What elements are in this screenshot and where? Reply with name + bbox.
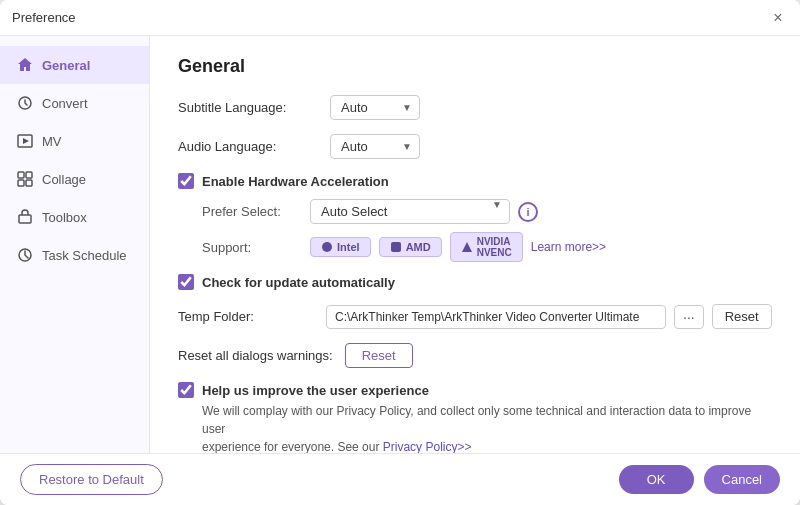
subtitle-language-select-wrapper: Auto English Chinese ▼ (330, 95, 420, 120)
privacy-policy-link[interactable]: Privacy Policy>> (383, 440, 472, 453)
sidebar-item-convert[interactable]: Convert (0, 84, 149, 122)
content-area: General Convert MV (0, 36, 800, 453)
audio-language-select-wrapper: Auto English Chinese ▼ (330, 134, 420, 159)
audio-language-label: Audio Language: (178, 139, 318, 154)
svg-rect-4 (26, 172, 32, 178)
general-label: General (42, 58, 90, 73)
cancel-button[interactable]: Cancel (704, 465, 780, 494)
prefer-select-row: Prefer Select: Auto Select Intel AMD NVI… (202, 199, 772, 224)
footer-right-buttons: OK Cancel (619, 465, 780, 494)
temp-folder-reset-button[interactable]: Reset (712, 304, 772, 329)
help-improve-label: Help us improve the user experience (202, 383, 429, 398)
info-icon[interactable]: i (518, 202, 538, 222)
preference-window: Preference × General (0, 0, 800, 505)
svg-point-9 (322, 242, 332, 252)
footer: Restore to Default OK Cancel (0, 453, 800, 505)
task-schedule-icon (16, 246, 34, 264)
audio-language-select[interactable]: Auto English Chinese (330, 134, 420, 159)
svg-rect-7 (19, 215, 31, 223)
collage-label: Collage (42, 172, 86, 187)
svg-marker-2 (23, 138, 29, 144)
subtitle-language-label: Subtitle Language: (178, 100, 318, 115)
main-panel: General Subtitle Language: Auto English … (150, 36, 800, 453)
sidebar-item-mv[interactable]: MV (0, 122, 149, 160)
reset-all-dialogs-row: Reset all dialogs warnings: Reset (178, 343, 772, 368)
svg-rect-10 (391, 242, 401, 252)
privacy-text-block: We will complay with our Privacy Policy,… (202, 402, 772, 453)
hardware-accel-label: Enable Hardware Acceleration (202, 174, 389, 189)
reset-all-dialogs-label: Reset all dialogs warnings: (178, 348, 333, 363)
toolbox-icon (16, 208, 34, 226)
title-bar: Preference × (0, 0, 800, 36)
subtitle-language-row: Subtitle Language: Auto English Chinese … (178, 95, 772, 120)
support-row: Support: Intel AMD NVIDIA NVENC Learn mo… (202, 232, 772, 262)
collage-icon (16, 170, 34, 188)
convert-label: Convert (42, 96, 88, 111)
svg-marker-11 (462, 242, 472, 252)
temp-folder-input[interactable]: C:\ArkThinker Temp\ArkThinker Video Conv… (326, 305, 666, 329)
hardware-accel-row: Enable Hardware Acceleration (178, 173, 772, 189)
learn-more-link[interactable]: Learn more>> (531, 240, 606, 254)
mv-icon (16, 132, 34, 150)
sidebar-item-collage[interactable]: Collage (0, 160, 149, 198)
browse-button[interactable]: ··· (674, 305, 704, 329)
toolbox-label: Toolbox (42, 210, 87, 225)
intel-chip: Intel (310, 237, 371, 257)
mv-label: MV (42, 134, 62, 149)
sidebar-item-task-schedule[interactable]: Task Schedule (0, 236, 149, 274)
close-button[interactable]: × (768, 8, 788, 28)
prefer-select-wrapper: Auto Select Intel AMD NVIDIA NVENC ▼ (310, 199, 510, 224)
support-label: Support: (202, 240, 302, 255)
convert-icon (16, 94, 34, 112)
sidebar-item-general[interactable]: General (0, 46, 149, 84)
prefer-select-dropdown[interactable]: Auto Select Intel AMD NVIDIA NVENC (310, 199, 510, 224)
svg-rect-5 (18, 180, 24, 186)
home-icon (16, 56, 34, 74)
check-update-row: Check for update automatically (178, 274, 772, 290)
subtitle-language-select[interactable]: Auto English Chinese (330, 95, 420, 120)
reset-all-dialogs-button[interactable]: Reset (345, 343, 413, 368)
temp-folder-row: Temp Folder: C:\ArkThinker Temp\ArkThink… (178, 304, 772, 329)
prefer-select-label: Prefer Select: (202, 204, 302, 219)
sidebar-item-toolbox[interactable]: Toolbox (0, 198, 149, 236)
ok-button[interactable]: OK (619, 465, 694, 494)
temp-folder-label: Temp Folder: (178, 309, 318, 324)
help-improve-row: Help us improve the user experience (178, 382, 772, 398)
hardware-accel-indent: Prefer Select: Auto Select Intel AMD NVI… (202, 199, 772, 262)
task-schedule-label: Task Schedule (42, 248, 127, 263)
nvidia-chip: NVIDIA NVENC (450, 232, 523, 262)
sidebar: General Convert MV (0, 36, 150, 453)
svg-rect-3 (18, 172, 24, 178)
privacy-text-line2: experience for everyone. See our (202, 440, 383, 453)
privacy-text-line1: We will complay with our Privacy Policy,… (202, 404, 751, 436)
section-title: General (178, 56, 772, 77)
check-update-checkbox[interactable] (178, 274, 194, 290)
hardware-accel-checkbox[interactable] (178, 173, 194, 189)
window-title: Preference (12, 10, 76, 25)
help-improve-checkbox[interactable] (178, 382, 194, 398)
audio-language-row: Audio Language: Auto English Chinese ▼ (178, 134, 772, 159)
restore-default-button[interactable]: Restore to Default (20, 464, 163, 495)
svg-rect-6 (26, 180, 32, 186)
amd-chip: AMD (379, 237, 442, 257)
check-update-label: Check for update automatically (202, 275, 395, 290)
